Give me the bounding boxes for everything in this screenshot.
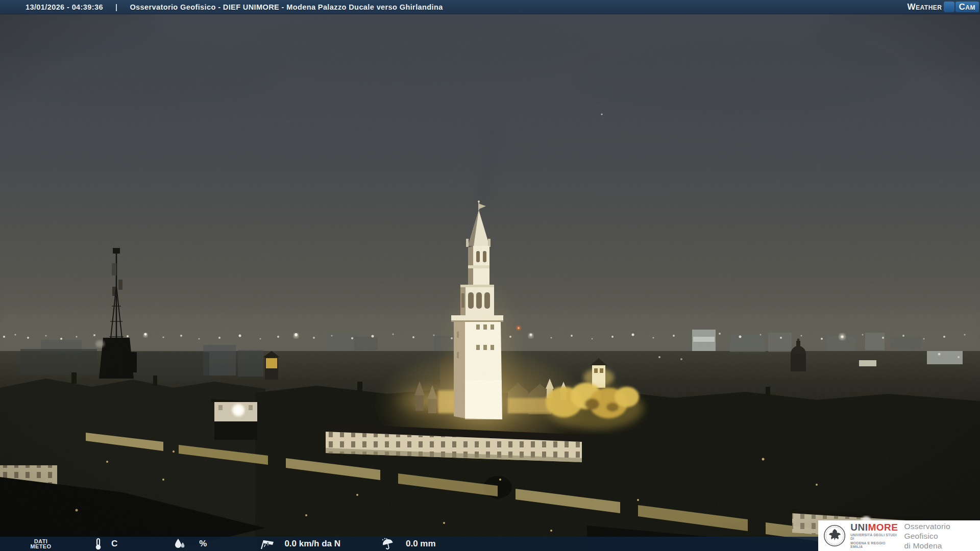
- webcam-photo: [0, 0, 980, 551]
- water-drops-icon: [174, 538, 186, 550]
- university-seal-icon: [823, 523, 846, 548]
- camera-lens-icon: [944, 2, 954, 12]
- dati-meteo-label: DATI METEO: [22, 539, 59, 549]
- humidity-value: %: [199, 539, 207, 549]
- separator: |: [115, 3, 117, 11]
- temperature-value: C: [111, 539, 117, 549]
- umbrella-icon: [381, 538, 395, 550]
- rain-value: 0.0 mm: [406, 539, 436, 549]
- webcam-frame: 13/01/2026 - 04:39:36 | Osservatorio Geo…: [0, 0, 980, 551]
- weathercam-cam-label: Cam: [955, 2, 979, 12]
- timestamp: 13/01/2026 - 04:39:36: [26, 3, 103, 11]
- unimore-subtitle-1: UNIVERSITÀ DEGLI STUDI DI: [850, 534, 898, 541]
- camera-title: Osservatorio Geofisico - DIEF UNIMORE - …: [130, 3, 443, 11]
- unimore-logo-box[interactable]: UNIMORE UNIVERSITÀ DEGLI STUDI DI MODENA…: [818, 520, 980, 551]
- film-grain: [0, 0, 980, 551]
- top-bar: 13/01/2026 - 04:39:36 | Osservatorio Geo…: [0, 0, 980, 14]
- unimore-subtitle-2: MODENA E REGGIO EMILIA: [850, 542, 898, 549]
- wind-value: 0.0 km/h da N: [284, 539, 340, 549]
- unimore-wordmark: UNIMORE UNIVERSITÀ DEGLI STUDI DI MODENA…: [850, 522, 898, 548]
- weathercam-logo[interactable]: Weather Cam: [908, 1, 979, 13]
- observatory-name: Osservatorio Geofisico di Modena: [904, 521, 980, 550]
- thermometer-icon: [94, 538, 102, 550]
- windsock-icon: [258, 538, 274, 550]
- weathercam-weather-label: Weather: [908, 2, 942, 12]
